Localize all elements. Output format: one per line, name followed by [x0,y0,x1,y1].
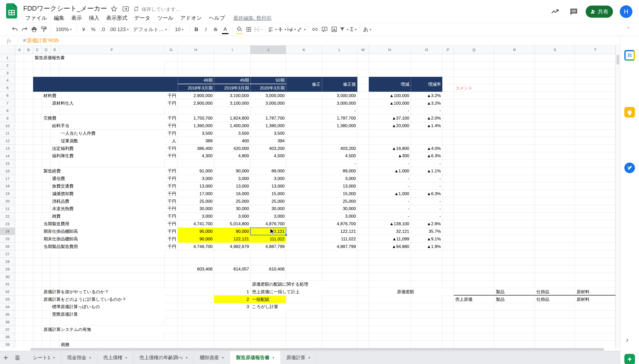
cell-O23[interactable]: ▲2.8% [411,220,442,228]
cell-L7[interactable]: 3,000,000 [322,99,357,107]
cell-O21[interactable]: - [411,205,442,213]
cell-J31[interactable]: 原価差額の配賦に関する処理 [250,281,322,288]
cell-S32[interactable]: 仕掛品 [535,288,575,295]
cell-J12[interactable]: 394 [250,137,286,145]
cell-H6[interactable]: 2,900,000 [178,92,214,99]
cell-H10[interactable]: 1,360,000 [178,122,214,130]
column-header-S[interactable]: S [535,46,575,54]
cell-H5[interactable]: 2018年3月期 [178,84,214,92]
cell-J29[interactable]: 610,406 [250,265,286,273]
cell-N32[interactable]: 原価差額 [369,288,442,295]
cell-I13[interactable]: 420,000 [214,145,250,152]
row-header-21[interactable]: 21 [0,205,15,213]
zoom-select[interactable]: 100%▾ [53,24,75,34]
cell-G13[interactable]: 千円 [165,145,178,152]
cell-L23[interactable]: 4,876,700 [322,220,357,228]
cell-N21[interactable]: - [369,205,411,213]
insert-link-button[interactable] [310,24,320,34]
cell-I22[interactable]: 3,000 [214,213,250,220]
cell-J14[interactable]: 4,500 [250,152,286,160]
cell-E10[interactable]: 給料手当 [51,122,165,130]
row-header-38[interactable]: 38 [0,333,15,341]
cell-F12[interactable]: 従業員数 [59,137,165,145]
cell-I18[interactable]: 13,000 [214,182,250,190]
cell-L18[interactable]: 13,000 [322,182,357,190]
cell-H18[interactable]: 13,000 [178,182,214,190]
row-header-22[interactable]: 22 [0,213,15,220]
cell-I10[interactable]: 1,400,000 [214,122,250,130]
row-header-1[interactable]: 1 [0,54,15,62]
cell-J32[interactable]: 売上原価に一括して計上 [250,288,322,295]
star-icon[interactable] [110,5,118,13]
cell-L22[interactable]: 3,000 [322,213,357,220]
tasks-icon[interactable] [624,163,635,173]
cell-H25[interactable]: 90,000 [178,235,214,243]
cell-J25[interactable]: 111,022 [250,235,286,243]
cell-J26[interactable]: 4,887,799 [250,243,286,250]
cell-T32[interactable]: 原材料 [575,288,615,295]
font-size-select[interactable]: 10▾ [171,24,187,34]
row-header-7[interactable]: 7 [0,99,15,107]
cell-L13[interactable]: 403,200 [322,145,357,152]
redo-button[interactable] [20,24,29,34]
column-header-L[interactable]: L [322,46,357,54]
cell-L16[interactable]: 89,000 [322,167,357,175]
cell-H12[interactable]: 389 [178,137,214,145]
cell-I11[interactable]: 3,500 [214,130,250,137]
cell-I16[interactable]: 90,000 [214,167,250,175]
cell-G10[interactable]: 千円 [165,122,178,130]
cell-O26[interactable]: ▲1.9% [411,243,442,250]
cell-L21[interactable]: 30,000 [322,205,357,213]
collapse-toolbar-icon[interactable]: ⌃ [627,26,630,32]
cell-E22[interactable]: 雑費 [51,213,165,220]
cell-J34[interactable]: ころがし計算 [250,303,286,311]
sheet-tab-4[interactable]: 棚卸資産▾ [194,351,230,364]
cell-N13[interactable]: ▲16,800 [369,145,411,152]
font-select[interactable]: デフォルト…▾ [133,24,167,34]
all-sheets-button[interactable] [12,351,23,364]
cell-H19[interactable]: 17,000 [178,190,214,197]
cell-J4[interactable]: 50期 [250,77,286,84]
cell-L15[interactable]: - [322,160,357,167]
cell-H24[interactable]: 95,000 [178,228,214,235]
cell-E19[interactable]: 減価償却費 [51,190,165,197]
cell-E18[interactable]: 旅費交通費 [51,182,165,190]
cell-L17[interactable]: 3,000 [322,175,357,183]
strikethrough-button[interactable]: S [211,24,220,34]
row-header-26[interactable]: 26 [0,243,15,250]
cell-I26[interactable]: 4,982,679 [214,243,250,250]
cell-H29[interactable]: 603,406 [178,265,214,273]
cell-H21[interactable]: 30,000 [178,205,214,213]
column-header-J[interactable]: J [250,46,286,54]
bold-button[interactable]: B [192,24,201,34]
cell-I25[interactable]: 122,121 [214,235,250,243]
cell-D9[interactable]: 労務費 [42,115,165,122]
row-header-9[interactable]: 9 [0,115,15,122]
cell-J9[interactable]: 1,787,700 [250,115,286,122]
cell-N20[interactable]: - [369,197,411,205]
cell-E21[interactable]: 水道光熱費 [51,205,165,213]
insert-chart-button[interactable] [329,24,339,34]
cell-O6[interactable]: ▲3.2% [411,92,442,99]
cell-G19[interactable]: 千円 [165,190,178,197]
cell-G16[interactable]: 千円 [165,167,178,175]
cell-N24[interactable]: 32,121 [369,228,411,235]
cell-J5[interactable]: 2020年3月期 [250,84,286,92]
sheet-tab-2[interactable]: 売上債権▾ [97,351,133,364]
sheet-tab-menu-icon[interactable]: ▾ [309,356,310,359]
sheet-tab-menu-icon[interactable]: ▾ [89,356,91,359]
cell-I33[interactable]: 2 [214,295,250,303]
cell-I21[interactable]: 30,000 [214,205,250,213]
cell-T33[interactable]: 原材料 [575,295,615,303]
more-formats-button[interactable]: 123▾ [117,24,129,34]
sheet-tab-menu-icon[interactable]: ▾ [273,356,274,359]
cell-L4[interactable]: 修正後 [322,77,357,92]
formula-bar[interactable]: fx ='原価計算'!R35 [0,36,620,46]
hide-side-panel-icon[interactable]: › [626,335,628,344]
cell-J7[interactable]: 3,000,000 [250,99,286,107]
cell-N19[interactable]: ▲1,000 [369,190,411,197]
cell-I14[interactable]: 4,800 [214,152,250,160]
cell-D37[interactable]: 原価計算システムの有無 [42,326,165,333]
row-header-3[interactable]: 3 [0,69,15,77]
paint-format-button[interactable] [39,24,49,34]
